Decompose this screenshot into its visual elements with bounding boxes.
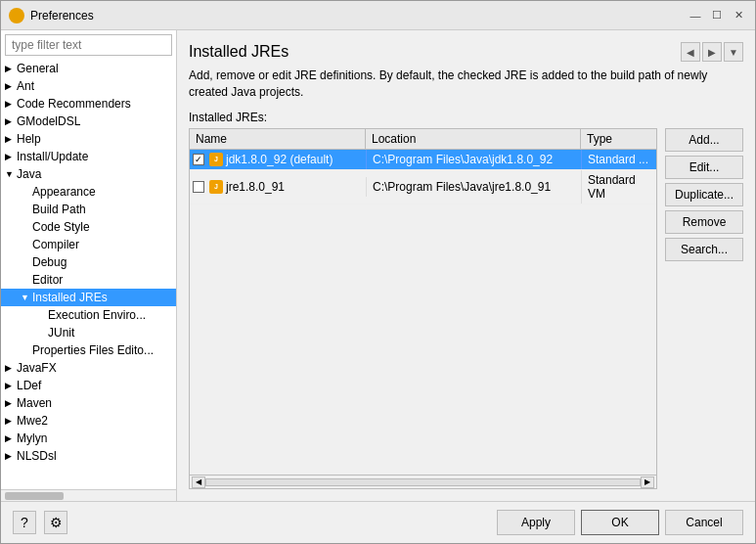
sidebar-item-mylyn[interactable]: ▶ Mylyn (1, 430, 176, 447)
sidebar-item-maven[interactable]: ▶ Maven (1, 394, 176, 412)
sidebar-item-label: Java (17, 167, 41, 181)
row-checkbox-1[interactable] (190, 151, 207, 168)
sidebar-item-label: Compiler (32, 238, 79, 251)
checkbox-icon[interactable] (193, 154, 204, 165)
sidebar-item-help[interactable]: ▶ Help (1, 130, 176, 148)
help-button[interactable]: ? (13, 511, 36, 534)
titlebar: Preferences — ☐ ✕ (1, 1, 755, 30)
sidebar-item-label: LDef (17, 379, 41, 392)
add-button[interactable]: Add... (665, 128, 743, 152)
arrow-icon: ▶ (5, 64, 17, 73)
table-row[interactable]: J jdk1.8.0_92 (default) C:\Program Files… (190, 150, 656, 170)
sidebar-item-label: Code Recommenders (17, 97, 131, 111)
sidebar-item-label: Installed JREs (32, 291, 108, 304)
sidebar-item-label: General (17, 62, 59, 75)
sidebar-horizontal-scrollbar[interactable] (1, 489, 176, 501)
row-type-2: Standard VM (581, 170, 656, 204)
ok-button[interactable]: OK (581, 510, 659, 535)
filter-input[interactable] (5, 34, 172, 56)
col-type-header: Type (581, 129, 656, 149)
row-location-1: C:\Program Files\Java\jdk1.8.0_92 (366, 150, 581, 169)
jre-table: Name Location Type J j (189, 128, 657, 489)
arrow-icon: ▶ (5, 81, 17, 91)
sidebar-item-label: Maven (17, 396, 52, 410)
help-icon: ? (21, 515, 28, 530)
sidebar-item-build-path[interactable]: Build Path (1, 201, 176, 218)
sidebar-item-label: Debug (32, 255, 67, 269)
search-button[interactable]: Search... (665, 238, 743, 261)
sidebar-item-mwe2[interactable]: ▶ Mwe2 (1, 412, 176, 430)
sidebar-item-label: JavaFX (17, 361, 57, 375)
arrow-icon: ▼ (5, 169, 17, 179)
sidebar-item-label: Mylyn (17, 431, 47, 445)
nav-dropdown-button[interactable]: ▼ (724, 42, 743, 62)
jre-action-buttons: Add... Edit... Duplicate... Remove Searc… (665, 128, 743, 489)
sidebar-item-appearance[interactable]: Appearance (1, 183, 176, 201)
sidebar-item-junit[interactable]: JUnit (1, 324, 176, 341)
minimize-button[interactable]: — (687, 7, 704, 24)
row-checkbox-2[interactable] (190, 178, 207, 196)
table-body: J jdk1.8.0_92 (default) C:\Program Files… (190, 150, 656, 475)
window-icon (9, 8, 24, 23)
sidebar-item-install-update[interactable]: ▶ Install/Update (1, 148, 176, 165)
apply-button[interactable]: Apply (497, 510, 575, 535)
bottom-right-buttons: Apply OK Cancel (497, 510, 743, 535)
sidebar-item-label: Editor (32, 273, 63, 287)
sidebar-item-label: Appearance (32, 185, 96, 199)
duplicate-button[interactable]: Duplicate... (665, 183, 743, 206)
sidebar-item-ldef[interactable]: ▶ LDef (1, 377, 176, 394)
scrollbar-track[interactable] (205, 478, 641, 486)
row-location-2: C:\Program Files\Java\jre1.8.0_91 (366, 177, 581, 197)
checkbox-icon[interactable] (193, 181, 204, 193)
scroll-right-arrow[interactable]: ▶ (641, 476, 654, 488)
settings-icon: ⚙ (50, 515, 63, 530)
cancel-button[interactable]: Cancel (665, 510, 743, 535)
nav-back-button[interactable]: ◀ (681, 42, 700, 62)
sidebar-item-properties-files[interactable]: Properties Files Edito... (1, 341, 176, 359)
main-content: ▶ General ▶ Ant ▶ Code Recommenders ▶ GM… (1, 30, 755, 501)
jre-name-label: jdk1.8.0_92 (default) (226, 153, 333, 166)
sidebar-item-code-style[interactable]: Code Style (1, 218, 176, 236)
panel-description: Add, remove or edit JRE definitions. By … (189, 68, 743, 101)
maximize-button[interactable]: ☐ (708, 7, 726, 24)
sidebar-item-general[interactable]: ▶ General (1, 60, 176, 77)
right-panel: Installed JREs ◀ ▶ ▼ Add, remove or edit… (177, 30, 755, 501)
col-name-header: Name (190, 129, 366, 149)
sidebar-item-label: Code Style (32, 220, 90, 234)
settings-button[interactable]: ⚙ (44, 511, 67, 534)
sidebar-item-installed-jres[interactable]: ▼ Installed JREs (1, 289, 176, 306)
row-name-1: J jdk1.8.0_92 (default) (207, 150, 366, 169)
row-name-2: J jre1.8.0_91 (207, 177, 366, 197)
sidebar-item-label: Mwe2 (17, 414, 48, 428)
bottom-bar: ? ⚙ Apply OK Cancel (1, 501, 755, 543)
sidebar-item-debug[interactable]: Debug (1, 253, 176, 271)
sidebar-item-nlsdsl[interactable]: ▶ NLSDsl (1, 447, 176, 465)
arrow-icon: ▶ (5, 116, 17, 126)
sidebar-item-code-recommenders[interactable]: ▶ Code Recommenders (1, 95, 176, 113)
arrow-icon: ▶ (5, 134, 17, 144)
arrow-icon: ▶ (5, 381, 17, 390)
nav-forward-button[interactable]: ▶ (702, 42, 722, 62)
table-header: Name Location Type (190, 129, 656, 150)
table-row[interactable]: J jre1.8.0_91 C:\Program Files\Java\jre1… (190, 170, 656, 204)
edit-button[interactable]: Edit... (665, 156, 743, 179)
sidebar-item-compiler[interactable]: Compiler (1, 236, 176, 253)
sidebar-item-label: Help (17, 132, 41, 146)
sidebar-item-gmodeldsl[interactable]: ▶ GModelDSL (1, 113, 176, 130)
arrow-icon: ▶ (5, 363, 17, 373)
sidebar-item-java[interactable]: ▼ Java (1, 165, 176, 183)
panel-nav: ◀ ▶ ▼ (681, 42, 743, 62)
sidebar-item-ant[interactable]: ▶ Ant (1, 77, 176, 95)
panel-header: Installed JREs ◀ ▶ ▼ (189, 42, 743, 62)
preferences-window: Preferences — ☐ ✕ ▶ General ▶ Ant (0, 0, 756, 544)
sidebar-item-javafx[interactable]: ▶ JavaFX (1, 359, 176, 377)
remove-button[interactable]: Remove (665, 210, 743, 234)
jre-panel: Name Location Type J j (189, 128, 743, 489)
scroll-left-arrow[interactable]: ◀ (192, 476, 205, 488)
sidebar-item-editor[interactable]: Editor (1, 271, 176, 289)
sidebar-item-execution-enviro[interactable]: Execution Enviro... (1, 306, 176, 324)
arrow-icon: ▼ (21, 293, 32, 302)
table-horizontal-scrollbar[interactable]: ◀ ▶ (190, 475, 656, 488)
close-button[interactable]: ✕ (730, 7, 747, 24)
sidebar-item-label: Build Path (32, 203, 86, 216)
